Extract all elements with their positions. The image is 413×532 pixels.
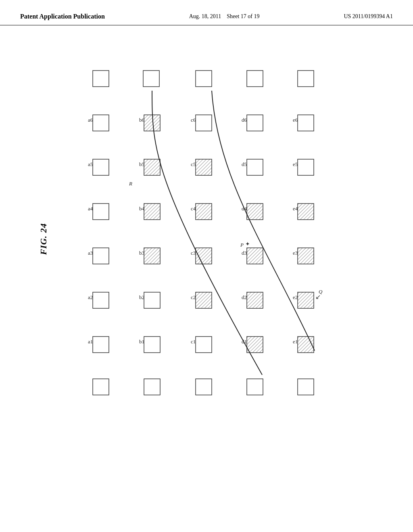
cell-b1 — [144, 337, 160, 353]
label-b5: b5 — [139, 161, 144, 167]
publication-label: Patent Application Publication — [20, 12, 105, 21]
label-a6: a6 — [88, 117, 93, 123]
label-c5: c5 — [191, 161, 196, 167]
cell-b5 — [144, 159, 160, 175]
cell-a1 — [93, 337, 109, 353]
cell-b6 — [144, 115, 160, 131]
curve-R-label: R — [129, 181, 132, 187]
label-a2: a2 — [88, 294, 93, 300]
label-a5: a5 — [88, 161, 93, 167]
label-e2: e2 — [293, 294, 298, 300]
cell-a6 — [93, 115, 109, 131]
P-marker: ✦ — [245, 241, 250, 247]
label-a1: a1 — [88, 339, 93, 345]
label-e4: e4 — [293, 206, 298, 212]
cell-c5 — [196, 159, 212, 175]
cell-c2 — [196, 292, 212, 308]
top-a — [93, 71, 109, 87]
label-d6: d6 — [242, 117, 247, 123]
bottom-d — [247, 379, 263, 395]
cell-e4 — [298, 204, 314, 220]
label-c2: c2 — [191, 294, 196, 300]
top-c — [196, 71, 212, 87]
label-c6: c6 — [191, 117, 196, 123]
label-d3: d3 — [242, 250, 247, 256]
label-b3: b3 — [139, 250, 144, 256]
cell-a5 — [93, 159, 109, 175]
curve-R-path — [152, 91, 262, 375]
label-d2: d2 — [242, 294, 247, 300]
top-b — [143, 71, 159, 87]
bottom-c — [196, 379, 212, 395]
cell-b4 — [144, 204, 160, 220]
cell-b3 — [144, 248, 160, 264]
bottom-b — [144, 379, 160, 395]
page-header: Patent Application Publication Aug. 18, … — [0, 0, 413, 25]
publication-date: Aug. 18, 2011 — [189, 13, 221, 19]
cell-e2 — [298, 292, 314, 308]
label-e6: e6 — [293, 117, 298, 123]
label-a4: a4 — [88, 206, 93, 212]
top-d — [247, 71, 263, 87]
cell-d1 — [247, 337, 263, 353]
header-date-sheet: Aug. 18, 2011 Sheet 17 of 19 — [189, 12, 260, 21]
cell-a3 — [93, 248, 109, 264]
label-d5: d5 — [242, 161, 247, 167]
label-e5: e5 — [293, 161, 298, 167]
label-b2: b2 — [139, 294, 144, 300]
patent-number: US 2011/0199394 A1 — [344, 12, 393, 21]
top-e — [298, 71, 314, 87]
cell-d3 — [247, 248, 263, 264]
cell-e3 — [298, 248, 314, 264]
bottom-a — [93, 379, 109, 395]
Q-arrow: ↙ — [315, 293, 321, 300]
label-e1: e1 — [293, 339, 298, 345]
label-a3: a3 — [88, 250, 93, 256]
patent-diagram: a6 b6 c6 d6 e6 a5 b5 c5 d5 e5 R a4 — [48, 60, 367, 488]
cell-e6 — [298, 115, 314, 131]
label-e3: e3 — [293, 250, 298, 256]
figure-label: FIG. 24 — [38, 223, 49, 255]
cell-c4 — [196, 204, 212, 220]
cell-e5 — [298, 159, 314, 175]
label-c1: c1 — [191, 339, 196, 345]
cell-a2 — [93, 292, 109, 308]
cell-c1 — [196, 337, 212, 353]
label-b1: b1 — [139, 339, 144, 345]
cell-d4 — [247, 204, 263, 220]
cell-c6 — [196, 115, 212, 131]
cell-d6 — [247, 115, 263, 131]
label-c3: c3 — [191, 250, 196, 256]
cell-d2 — [247, 292, 263, 308]
curve-P-label: P — [240, 242, 244, 248]
label-c4: c4 — [191, 206, 196, 212]
cell-a4 — [93, 204, 109, 220]
sheet-info: Sheet 17 of 19 — [227, 13, 259, 19]
bottom-e — [298, 379, 314, 395]
cell-b2 — [144, 292, 160, 308]
cell-d5 — [247, 159, 263, 175]
diagram-area: a6 b6 c6 d6 e6 a5 b5 c5 d5 e5 R a4 — [48, 60, 367, 488]
